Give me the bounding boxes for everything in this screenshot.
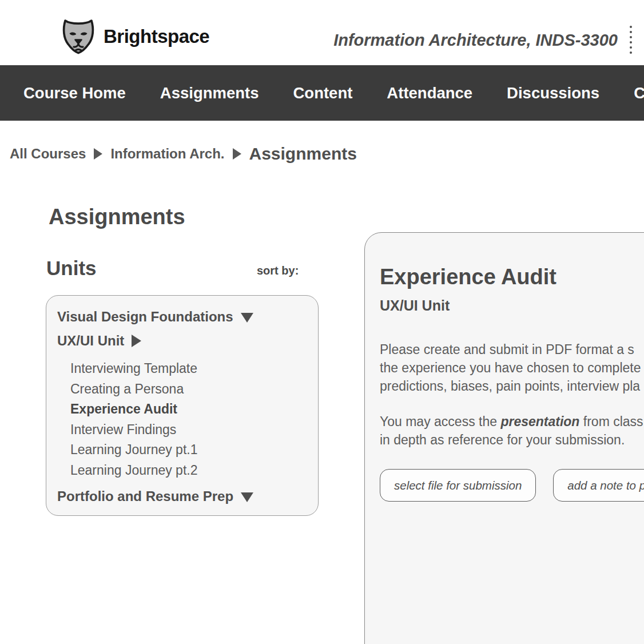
nav-content[interactable]: Content [293,84,352,102]
unit-group-portfolio[interactable]: Portfolio and Resume Prep [57,488,318,505]
assignment-item-selected[interactable]: Experience Audit [70,399,318,420]
chevron-right-icon [132,335,141,347]
course-title: Information Architecture, INDS-3300 [333,31,618,50]
description-line: predictions, biases, pain points, interv… [380,377,644,395]
nav-course-home[interactable]: Course Home [23,84,126,102]
breadcrumb-information-arch[interactable]: Information Arch. [110,146,224,162]
nav-attendance[interactable]: Attendance [387,84,472,102]
nav-classlist[interactable]: Classlist [634,84,644,102]
panther-face-icon [61,18,96,55]
assignment-item[interactable]: Creating a Persona [70,379,318,400]
kebab-menu-icon[interactable] [627,26,634,54]
nav-discussions[interactable]: Discussions [507,84,599,102]
reference-text: You may access the [380,414,500,429]
unit-group-label: Visual Design Foundations [57,309,233,325]
breadcrumb-arrow-icon [233,148,241,160]
assignment-description: Please create and submit in PDF format a… [380,340,644,395]
assignment-title: Experience Audit [380,265,644,289]
reference-line: You may access the presentation from cla… [380,412,644,431]
add-note-button[interactable]: add a note to professor [553,469,644,502]
brightspace-logo[interactable]: Brightspace [61,18,209,55]
assignment-item[interactable]: Interview Findings [70,420,318,440]
breadcrumb-current: Assignments [249,144,357,164]
select-file-button[interactable]: select file for submission [380,469,536,502]
brand-name: Brightspace [104,26,209,47]
unit-group-uxui[interactable]: UX/UI Unit [57,332,318,349]
page: Brightspace Information Architecture, IN… [0,0,644,644]
unit-group-label: Portfolio and Resume Prep [57,488,233,504]
description-line: the experience you have chosen to comple… [380,359,644,377]
assignment-detail-card: Experience Audit UX/UI Unit Please creat… [364,232,644,644]
chevron-down-icon [241,313,253,323]
action-buttons: select file for submission add a note to… [380,469,644,502]
course-navbar: Course Home Assignments Content Attendan… [0,65,644,121]
assignment-list: Interviewing Template Creating a Persona… [70,359,318,480]
unit-group-label: UX/UI Unit [57,333,124,349]
presentation-link-text[interactable]: presentation [500,414,579,429]
reference-text: from class [579,414,643,429]
assignment-item[interactable]: Learning Journey pt.2 [70,460,318,481]
assignment-reference-note: You may access the presentation from cla… [380,412,644,449]
chevron-down-icon [241,492,253,502]
breadcrumb-arrow-icon [94,148,102,160]
assignment-item[interactable]: Interviewing Template [70,359,318,379]
reference-line: in depth as reference for your submissio… [380,431,644,449]
assignment-item[interactable]: Learning Journey pt.1 [70,440,318,460]
nav-assignments[interactable]: Assignments [160,84,259,102]
units-heading: Units [46,257,97,280]
unit-group-visual-design[interactable]: Visual Design Foundations [57,308,318,325]
top-header: Brightspace Information Architecture, IN… [0,0,644,65]
breadcrumb-all-courses[interactable]: All Courses [10,146,86,162]
assignment-unit-subtitle: UX/UI Unit [380,297,644,314]
sort-by-label: sort by: [257,264,299,277]
units-panel: Visual Design Foundations UX/UI Unit Int… [46,295,319,516]
breadcrumb: All Courses Information Arch. Assignment… [10,144,357,164]
description-line: Please create and submit in PDF format a… [380,340,644,359]
page-title: Assignments [49,205,185,229]
